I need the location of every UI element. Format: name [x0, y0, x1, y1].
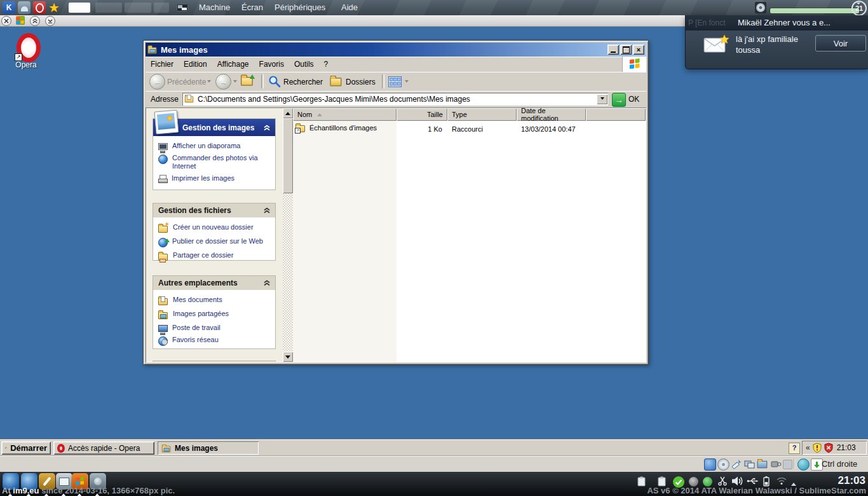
- place-link[interactable]: Mes documents: [158, 294, 273, 308]
- address-input[interactable]: C:\Documents and Settings\Georges-Jacque…: [182, 93, 608, 106]
- panel-task-slot-active[interactable]: [69, 3, 90, 13]
- clipper-scissors-tray-icon[interactable]: [717, 476, 728, 486]
- back-label[interactable]: Précédente: [167, 78, 206, 86]
- menu-aide[interactable]: ?: [319, 58, 334, 71]
- taskbar-button-mes-images[interactable]: Mes images: [158, 441, 259, 455]
- shared-clipboard-status-icon[interactable]: [744, 458, 755, 469]
- task-link[interactable]: Commander des photos via Internet: [158, 152, 273, 172]
- shared-folder-status-icon[interactable]: [757, 458, 768, 469]
- details-header[interactable]: Détails: [153, 361, 275, 362]
- folders-icon[interactable]: [331, 76, 341, 88]
- usb-tray-icon[interactable]: [747, 476, 759, 486]
- place-link[interactable]: Favoris réseau: [158, 334, 273, 348]
- go-label[interactable]: OK: [628, 95, 639, 104]
- column-header-empty[interactable]: [586, 108, 646, 121]
- minimize-icon[interactable]: [607, 45, 619, 55]
- wifi-tray-icon[interactable]: [776, 476, 787, 485]
- volume-tray-icon[interactable]: [731, 476, 744, 486]
- opera-launcher-icon[interactable]: [33, 1, 46, 14]
- collapse-chevron-icon[interactable]: [263, 207, 271, 214]
- menu-affichage[interactable]: Affichage: [212, 58, 254, 71]
- column-header-type[interactable]: Type: [447, 108, 517, 121]
- panel-task-slot[interactable]: [154, 3, 169, 13]
- gray-orb-tray-icon[interactable]: [689, 477, 698, 486]
- file-row[interactable]: ↗ Échantillons d'images: [295, 123, 377, 133]
- collapse-chevron-icon[interactable]: [263, 280, 271, 287]
- task-link[interactable]: Partager ce dossier: [158, 249, 273, 263]
- scroll-down-icon[interactable]: [283, 352, 293, 362]
- views-icon[interactable]: [388, 76, 402, 90]
- panel-counter-badge[interactable]: 21: [851, 1, 867, 16]
- tray-collapse-icon[interactable]: «: [806, 443, 810, 452]
- notification-body-line2: toussa: [736, 45, 760, 55]
- vbox-menu-aide[interactable]: Aide: [341, 3, 358, 12]
- address-dropdown-icon[interactable]: [597, 94, 607, 104]
- file-tasks-header[interactable]: Gestion des fichiers: [153, 203, 275, 217]
- task-link[interactable]: Imprimer les images: [158, 172, 273, 186]
- mouse-integration-icon[interactable]: [797, 458, 810, 471]
- notification-voir-button[interactable]: Voir: [815, 35, 866, 52]
- start-button[interactable]: Démarrer: [1, 441, 51, 455]
- forward-button[interactable]: →: [215, 74, 231, 90]
- collapse-chevron-icon[interactable]: [263, 124, 271, 131]
- maximize-icon[interactable]: [620, 45, 632, 55]
- usb-status-icon[interactable]: [783, 460, 792, 469]
- window-controls: ×: [606, 45, 644, 55]
- clipboard-tray-icon[interactable]: [637, 476, 647, 487]
- back-button[interactable]: ←: [149, 74, 165, 90]
- panel-task-slot[interactable]: [95, 3, 122, 13]
- security-alert-shield-icon[interactable]: [824, 443, 833, 453]
- display-status-icon[interactable]: [771, 458, 782, 469]
- back-dropdown-icon[interactable]: [207, 80, 211, 85]
- network-status-icon[interactable]: [731, 458, 742, 469]
- column-header-nom[interactable]: Nom: [293, 108, 397, 121]
- close-window-icon[interactable]: ×: [633, 45, 644, 55]
- vbox-menu-ecran[interactable]: Écran: [241, 3, 263, 12]
- vbox-menu-machine[interactable]: Machine: [199, 3, 230, 12]
- shade-up-icon[interactable]: [30, 16, 40, 26]
- window-titlebar[interactable]: Mes images ×: [146, 43, 646, 57]
- place-link[interactable]: Poste de travail: [158, 322, 273, 334]
- go-button[interactable]: →: [612, 93, 626, 107]
- task-link[interactable]: Publier ce dossier sur le Web: [158, 235, 273, 249]
- record-green-tray-icon[interactable]: [703, 477, 712, 486]
- scroll-up-icon[interactable]: [283, 108, 293, 118]
- optical-disc-status-icon[interactable]: [717, 458, 729, 471]
- scrollbar-thumb[interactable]: [283, 118, 293, 193]
- close-icon[interactable]: [1, 16, 11, 26]
- task-link[interactable]: ✶Créer un nouveau dossier: [158, 221, 273, 235]
- task-link[interactable]: Afficher un diaporama: [158, 140, 273, 152]
- opera-desktop-label[interactable]: Opera: [4, 60, 48, 69]
- taskbar-button-opera[interactable]: Accès rapide - Opera: [53, 441, 154, 455]
- search-label[interactable]: Rechercher: [283, 78, 323, 86]
- cd-drive-icon[interactable]: [755, 2, 766, 13]
- host-clock[interactable]: 21:03: [807, 474, 865, 487]
- security-warning-shield-icon[interactable]: [813, 443, 822, 453]
- column-header-taille[interactable]: Taille: [397, 108, 447, 121]
- menu-favoris[interactable]: Favoris: [254, 58, 289, 71]
- place-link[interactable]: Images partagées: [158, 308, 273, 322]
- star-bookmark-icon[interactable]: ★: [48, 0, 60, 15]
- column-header-date[interactable]: Date de modification: [517, 108, 586, 121]
- taskpane-scrollbar[interactable]: [283, 108, 293, 362]
- kde-menu-icon[interactable]: K: [3, 1, 15, 14]
- lock-icon[interactable]: [18, 1, 31, 14]
- other-places-header[interactable]: Autres emplacements: [153, 276, 275, 290]
- menu-edition[interactable]: Edition: [179, 58, 212, 71]
- help-tray-icon[interactable]: ?: [789, 443, 800, 454]
- menu-fichier[interactable]: Fichier: [146, 58, 179, 71]
- picture-tasks-header[interactable]: Gestion des images: [153, 119, 275, 136]
- pencil-shape: [43, 477, 51, 486]
- panel-task-slot[interactable]: [125, 3, 151, 13]
- tray-expand-icon[interactable]: [791, 480, 796, 486]
- up-directory-icon[interactable]: [242, 75, 252, 88]
- menu-outils[interactable]: Outils: [289, 58, 319, 71]
- shade-down-icon[interactable]: [45, 16, 55, 26]
- search-icon[interactable]: [268, 74, 281, 91]
- vbox-menu-peripheriques[interactable]: Périphériques: [275, 3, 325, 12]
- folders-label[interactable]: Dossiers: [346, 78, 376, 86]
- forward-dropdown-icon[interactable]: [233, 80, 237, 85]
- tray-clock[interactable]: 21:03: [837, 443, 856, 452]
- views-dropdown-icon[interactable]: [405, 80, 409, 85]
- hard-disk-status-icon[interactable]: [704, 458, 716, 471]
